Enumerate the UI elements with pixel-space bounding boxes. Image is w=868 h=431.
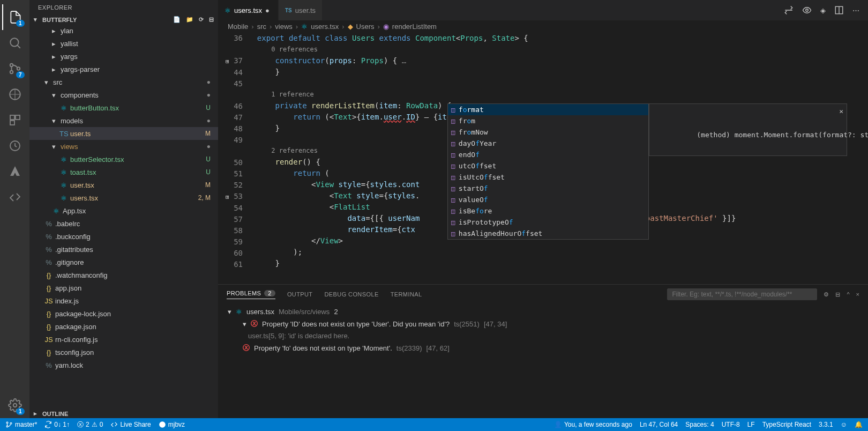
status-cursor[interactable]: Ln 47, Col 64	[640, 421, 678, 428]
tree-file[interactable]: %.gitignore	[29, 256, 218, 269]
tab-user[interactable]: TS user.ts	[279, 0, 323, 20]
crumb[interactable]: src	[257, 23, 266, 31]
compare-icon[interactable]	[784, 5, 794, 15]
crumb[interactable]: Users	[356, 23, 375, 31]
filter-gear-icon[interactable]: ⚙	[824, 291, 829, 298]
tree-file[interactable]: {}app.json	[29, 281, 218, 294]
status-errors[interactable]: ⓧ2 ⚠0	[77, 420, 103, 429]
tree-folder[interactable]: ▸yargs-parser	[29, 63, 218, 76]
refresh-icon[interactable]: ⟳	[199, 16, 204, 23]
status-eol[interactable]: LF	[747, 421, 755, 428]
problem-item[interactable]: ⓧ Property 'fo' does not exist on type '…	[218, 341, 868, 354]
status-spaces[interactable]: Spaces: 4	[685, 421, 714, 428]
problem-item[interactable]: ▾ ⓧ Property 'ID' does not exist on type…	[218, 317, 868, 330]
activity-azure[interactable]	[2, 159, 28, 184]
suggest-item[interactable]: ◫utcOffset	[448, 160, 648, 172]
tree-file[interactable]: {}package.json	[29, 320, 218, 333]
tree-file[interactable]: %.gitattributes	[29, 243, 218, 256]
collapse-icon[interactable]: ⊟	[209, 16, 214, 23]
tree-file[interactable]: ⚛butterButton.tsxU	[29, 101, 218, 114]
suggest-item[interactable]: ◫startOf	[448, 183, 648, 194]
crumb[interactable]: users.tsx	[311, 23, 339, 31]
activity-extensions[interactable]	[2, 107, 28, 133]
activity-settings[interactable]: 1	[2, 392, 28, 418]
crumb[interactable]: Mobile	[228, 23, 248, 31]
tree-file[interactable]: JSrn-cli.config.js	[29, 333, 218, 346]
close-panel-icon[interactable]: ×	[856, 291, 859, 298]
tab-output[interactable]: OUTPUT	[287, 291, 313, 298]
status-branch[interactable]: master*	[5, 421, 37, 428]
tree-folder[interactable]: ▾views●	[29, 140, 218, 153]
tree-file[interactable]: ⚛toast.tsxU	[29, 166, 218, 179]
section-header[interactable]: ▾ BUTTERFLY 📄 📁 ⟳ ⊟	[29, 15, 218, 24]
new-file-icon[interactable]: 📄	[173, 16, 181, 23]
tree-file[interactable]: ⚛App.tsx	[29, 204, 218, 217]
activity-remote[interactable]	[2, 133, 28, 159]
tab-problems[interactable]: PROBLEMS 2	[227, 290, 275, 299]
tree-file[interactable]: %.babelrc	[29, 217, 218, 230]
tree-file[interactable]: %yarn.lock	[29, 359, 218, 371]
breadcrumbs[interactable]: Mobile› src› views› ⚛ users.tsx› ◆ Users…	[218, 20, 868, 33]
tree-file[interactable]: ⚛user.tsxM	[29, 179, 218, 191]
status-user[interactable]: mjbvz	[159, 421, 185, 428]
status-lang[interactable]: TypeScript React	[762, 421, 811, 428]
suggest-item[interactable]: ◫isPrototypeOf	[448, 217, 648, 228]
crumb[interactable]: views	[275, 23, 293, 31]
suggest-widget[interactable]: ◫format◫from◫fromNow◫dayOfYear◫endOf◫utc…	[447, 103, 649, 240]
activity-liveshare[interactable]	[2, 184, 28, 210]
code-editor[interactable]: 36 ⊞ 374445 46474849 505152⊞ 53545758596…	[218, 33, 868, 284]
tree-file[interactable]: {}tsconfig.json	[29, 346, 218, 359]
tree-file[interactable]: TSuser.tsM	[29, 127, 218, 140]
suggest-item[interactable]: ◫dayOfYear	[448, 138, 648, 149]
split-diff-icon[interactable]: ◈	[820, 6, 826, 14]
suggest-item[interactable]: ◫isUtcOffset	[448, 172, 648, 183]
status-encoding[interactable]: UTF-8	[722, 421, 740, 428]
problem-code: ts(2551)	[454, 320, 480, 328]
suggest-item[interactable]: ◫valueOf	[448, 194, 648, 205]
close-icon[interactable]: ×	[839, 106, 843, 117]
problem-file[interactable]: ▾ ⚛ users.tsx Mobile/src/views 2	[218, 306, 868, 317]
tree-folder[interactable]: ▸ylan	[29, 24, 218, 37]
more-icon[interactable]: ⋯	[852, 6, 859, 14]
status-feedback[interactable]: ☺	[841, 421, 847, 428]
tree-file[interactable]: ⚛butterSelector.tsxU	[29, 153, 218, 166]
problem-related[interactable]: user.ts[5, 9]: 'id' is declared here.	[218, 330, 868, 341]
status-version[interactable]: 3.3.1	[819, 421, 833, 428]
outline-header[interactable]: ▸ OUTLINE	[29, 409, 218, 418]
tree-file[interactable]: {}package-lock.json	[29, 307, 218, 320]
activity-search[interactable]	[2, 30, 28, 56]
activity-explorer[interactable]: 1	[2, 4, 28, 30]
status-blame[interactable]: 👤You, a few seconds ago	[554, 421, 632, 428]
suggest-item[interactable]: ◫endOf	[448, 149, 648, 160]
status-sync[interactable]: 0↓ 1↑	[44, 421, 70, 428]
tab-terminal[interactable]: TERMINAL	[391, 291, 422, 298]
collapse-all-icon[interactable]: ⊟	[835, 291, 840, 298]
activity-debug[interactable]	[2, 81, 28, 107]
tab-debug-console[interactable]: DEBUG CONSOLE	[325, 291, 379, 298]
filter-input[interactable]	[667, 288, 817, 300]
tree-folder[interactable]: ▾components●	[29, 88, 218, 101]
tree-file[interactable]: JSindex.js	[29, 294, 218, 307]
tree-file[interactable]: ⚛users.tsx2, M	[29, 191, 218, 204]
tree-folder[interactable]: ▸yargs	[29, 50, 218, 63]
suggest-item[interactable]: ◫hasAlignedHourOffset	[448, 228, 648, 239]
tree-file[interactable]: %.buckconfig	[29, 230, 218, 243]
tree-folder[interactable]: ▸yallist	[29, 37, 218, 50]
suggest-item[interactable]: ◫fromNow	[448, 127, 648, 138]
suggest-item[interactable]: ◫format	[448, 104, 648, 115]
tree-folder[interactable]: ▾src●	[29, 76, 218, 88]
crumb[interactable]: renderListItem	[392, 23, 437, 31]
suggest-item[interactable]: ◫isBefore	[448, 205, 648, 217]
activity-scm[interactable]: 7	[2, 56, 28, 81]
maximize-icon[interactable]: ^	[847, 291, 849, 298]
tab-users[interactable]: ⚛ users.tsx ●	[218, 0, 279, 20]
dirty-indicator[interactable]: ●	[265, 6, 272, 14]
suggest-item[interactable]: ◫from	[448, 115, 648, 127]
split-editor-icon[interactable]	[834, 5, 844, 15]
new-folder-icon[interactable]: 📁	[186, 16, 193, 23]
status-notifications[interactable]: 🔔	[855, 421, 863, 428]
status-liveshare[interactable]: Live Share	[110, 421, 151, 428]
preview-icon[interactable]	[802, 5, 812, 15]
tree-file[interactable]: {}.watchmanconfig	[29, 269, 218, 281]
tree-folder[interactable]: ▾models●	[29, 114, 218, 127]
